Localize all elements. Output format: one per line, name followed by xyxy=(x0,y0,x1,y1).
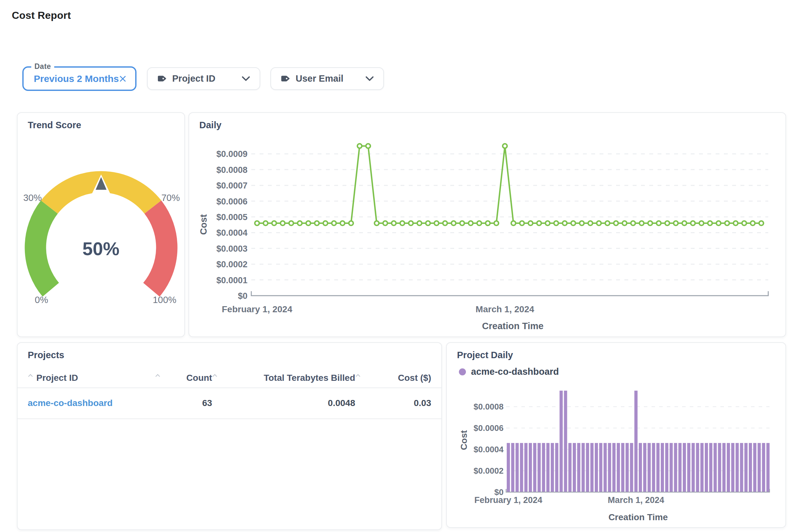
column-header-total-terabytes[interactable]: Total Terabytes Billed xyxy=(212,373,355,383)
bar xyxy=(753,443,757,492)
line-marker xyxy=(639,221,644,226)
bar xyxy=(577,443,580,492)
line-marker xyxy=(375,221,379,226)
line-marker xyxy=(691,221,695,226)
bar xyxy=(661,443,664,492)
line-marker xyxy=(443,221,447,226)
chevron-down-icon xyxy=(242,76,250,81)
bar xyxy=(604,443,607,492)
y-tick-label: $0.0009 xyxy=(216,149,247,159)
line-marker xyxy=(280,221,285,226)
terabytes-cell: 0.0048 xyxy=(212,398,355,408)
bar xyxy=(564,391,567,492)
x-axis-line xyxy=(251,291,768,296)
column-header-cost[interactable]: Cost ($) xyxy=(355,373,431,383)
line-marker xyxy=(554,221,558,226)
bar xyxy=(766,443,769,492)
clear-date-filter-button[interactable] xyxy=(117,73,128,84)
line-marker xyxy=(631,221,635,226)
bar xyxy=(736,443,739,492)
column-label: Project ID xyxy=(36,373,78,383)
bar xyxy=(560,391,563,492)
y-axis-title: Cost xyxy=(198,214,209,235)
y-tick-label: $0.0008 xyxy=(216,165,247,175)
line-marker xyxy=(263,221,268,226)
y-axis-title: Cost xyxy=(459,430,469,450)
cost-report-page: Cost Report Date Previous 2 Months Proje… xyxy=(0,0,803,532)
bar xyxy=(762,443,765,492)
line-marker xyxy=(725,221,729,226)
bar xyxy=(705,443,708,492)
line-marker xyxy=(665,221,669,226)
x-axis-line xyxy=(506,489,769,492)
bar xyxy=(599,443,603,492)
column-header-project-id[interactable]: Project ID xyxy=(28,373,155,383)
gauge-label-70: 70% xyxy=(158,193,184,203)
column-header-count[interactable]: Count xyxy=(155,373,212,383)
gauge-label-30: 30% xyxy=(20,193,45,203)
projects-table-card: Projects Project ID Count Total Terabyte… xyxy=(17,342,442,530)
bar xyxy=(634,391,637,492)
bar xyxy=(507,443,510,492)
line-marker xyxy=(315,221,319,226)
date-filter-chip[interactable]: Date Previous 2 Months xyxy=(22,66,136,91)
bar xyxy=(582,443,585,492)
line-marker xyxy=(426,221,430,226)
legend-label: acme-co-dashboard xyxy=(471,366,559,377)
cost-line xyxy=(257,146,761,223)
bar xyxy=(626,443,629,492)
x-tick-label: March 1, 2024 xyxy=(476,304,534,314)
bar xyxy=(542,443,545,492)
bar xyxy=(516,443,519,492)
line-marker xyxy=(408,221,413,226)
line-marker xyxy=(306,221,311,226)
line-marker xyxy=(358,144,362,148)
bar xyxy=(670,443,673,492)
tag-icon xyxy=(157,74,167,83)
line-marker xyxy=(759,221,763,226)
date-filter-label: Date xyxy=(31,62,54,71)
count-cell: 63 xyxy=(155,398,212,408)
line-marker xyxy=(537,221,541,226)
line-marker xyxy=(340,221,345,226)
y-tick-label: $0.0003 xyxy=(216,244,247,253)
line-marker xyxy=(511,221,516,226)
line-marker xyxy=(605,221,610,226)
line-marker xyxy=(349,221,353,226)
bar xyxy=(749,443,752,492)
bar xyxy=(740,443,743,492)
bar xyxy=(674,443,677,492)
bar xyxy=(709,443,712,492)
line-marker xyxy=(742,221,747,226)
y-tick-label: $0.0002 xyxy=(216,260,247,269)
line-marker xyxy=(451,221,456,226)
line-marker xyxy=(708,221,712,226)
line-marker xyxy=(699,221,704,226)
line-marker xyxy=(391,221,396,226)
bar xyxy=(538,443,541,492)
chart-legend[interactable]: acme-co-dashboard xyxy=(459,366,559,377)
project-link[interactable]: acme-co-dashboard xyxy=(28,398,113,408)
bar xyxy=(568,443,572,492)
line-marker xyxy=(588,221,593,226)
bar xyxy=(727,443,730,492)
y-tick-label: $0.0002 xyxy=(474,466,503,476)
line-marker xyxy=(255,221,259,226)
bar xyxy=(758,443,761,492)
bar xyxy=(714,443,717,492)
project-daily-title: Project Daily xyxy=(457,350,513,360)
bar xyxy=(595,443,598,492)
trend-score-title: Trend Score xyxy=(28,120,81,130)
line-marker xyxy=(494,221,498,226)
line-marker xyxy=(417,221,422,226)
trend-score-card: Trend Score 30% 70% 0% 100% 50% xyxy=(17,112,185,337)
gauge-value: 50% xyxy=(18,238,184,259)
line-marker xyxy=(716,221,721,226)
bar xyxy=(665,443,668,492)
line-marker xyxy=(750,221,755,226)
daily-line-chart: $0$0.0001$0.0002$0.0003$0.0004$0.0005$0.… xyxy=(189,113,787,338)
bar xyxy=(586,443,589,492)
sort-caret-icon xyxy=(355,374,361,377)
project-id-filter-dropdown[interactable]: Project ID xyxy=(147,67,260,90)
user-email-filter-dropdown[interactable]: User Email xyxy=(270,67,384,90)
